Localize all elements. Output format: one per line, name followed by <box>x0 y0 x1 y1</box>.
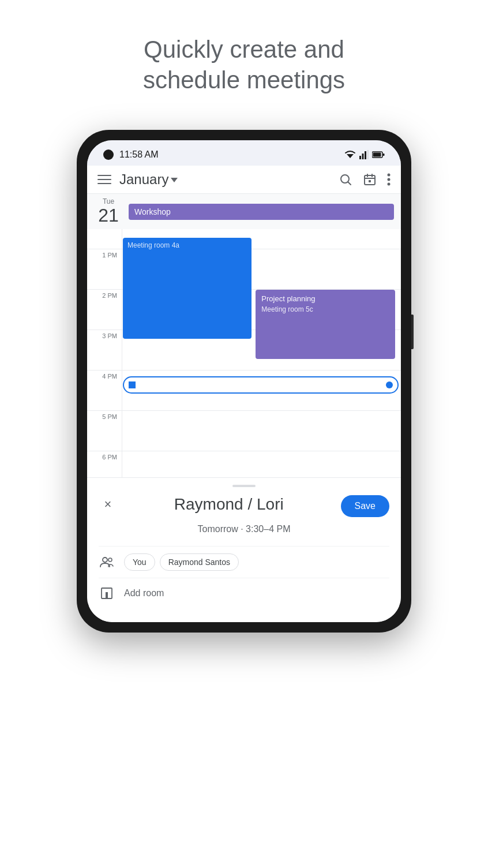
status-icons <box>344 150 385 159</box>
time-4pm: 4 PM <box>87 371 122 410</box>
time-grid: 1 PM 2 PM 3 PM 4 PM <box>87 229 401 477</box>
day-label: Tue 21 <box>94 197 123 226</box>
signal-icon <box>359 150 369 159</box>
room-icon <box>99 585 115 601</box>
all-day-event[interactable]: Workshop <box>129 204 394 220</box>
svg-rect-1 <box>359 156 361 159</box>
sheet-handle <box>232 485 256 487</box>
time-selection-handle-right[interactable] <box>386 381 393 388</box>
svg-rect-4 <box>367 150 369 159</box>
phone-side-button <box>411 315 414 349</box>
svg-rect-14 <box>369 180 371 182</box>
time-3pm: 3 PM <box>87 330 122 370</box>
month-dropdown-arrow <box>171 178 178 182</box>
svg-rect-6 <box>383 154 385 156</box>
day-number: 21 <box>98 205 119 226</box>
phone-screen: 11:58 AM <box>87 140 401 622</box>
attendees-row: You Raymond Santos <box>99 546 389 578</box>
close-button[interactable]: × <box>99 495 117 514</box>
month-selector[interactable]: January <box>119 171 331 188</box>
svg-point-15 <box>388 174 391 177</box>
header-actions <box>339 173 391 186</box>
calendar-today-icon[interactable] <box>363 173 377 186</box>
day-header: Tue 21 Workshop <box>87 194 401 229</box>
blue-event[interactable]: Meeting room 4a <box>123 238 251 339</box>
purple-event[interactable]: Project planning Meeting room 5c <box>256 290 395 359</box>
add-room-row[interactable]: Add room <box>99 578 389 608</box>
search-icon[interactable] <box>339 173 352 186</box>
time-2pm: 2 PM <box>87 290 122 330</box>
svg-rect-2 <box>362 154 364 159</box>
status-time: 11:58 AM <box>119 149 159 160</box>
time-selection-handle-left[interactable] <box>129 381 136 388</box>
battery-icon <box>372 151 385 158</box>
time-5pm: 5 PM <box>87 411 122 451</box>
svg-line-9 <box>348 182 351 185</box>
status-bar: 11:58 AM <box>87 140 401 166</box>
menu-icon[interactable] <box>97 173 111 186</box>
sheet-header: × Raymond / Lori Save <box>99 495 389 517</box>
svg-point-18 <box>103 558 107 562</box>
time-selection-bar[interactable] <box>123 376 399 394</box>
add-room-label: Add room <box>124 588 164 598</box>
svg-point-16 <box>388 178 391 181</box>
day-name: Tue <box>103 197 114 205</box>
attendees-icon <box>99 554 115 570</box>
event-title: Raymond / Lori <box>117 495 341 514</box>
event-datetime: Tomorrow · 3:30–4 PM <box>99 524 389 534</box>
more-options-icon[interactable] <box>387 173 391 186</box>
svg-point-17 <box>388 183 391 186</box>
attendee-chips: You Raymond Santos <box>124 553 239 571</box>
svg-rect-3 <box>365 151 366 159</box>
hero-text: Quickly create and schedule meetings <box>97 0 391 118</box>
time-1pm: 1 PM <box>87 249 122 289</box>
svg-rect-7 <box>373 153 381 157</box>
time-6pm: 6 PM <box>87 451 122 477</box>
svg-point-19 <box>108 558 112 562</box>
svg-marker-0 <box>347 154 354 158</box>
chip-you[interactable]: You <box>124 553 155 571</box>
app-header: January <box>87 166 401 194</box>
bottom-sheet: × Raymond / Lori Save Tomorrow · 3:30–4 … <box>87 477 401 622</box>
phone-mockup: 11:58 AM <box>77 130 411 633</box>
camera-dot <box>103 149 114 160</box>
wifi-icon <box>344 150 356 159</box>
svg-rect-21 <box>106 592 108 598</box>
chip-raymond[interactable]: Raymond Santos <box>160 553 239 571</box>
phone-shell: 11:58 AM <box>77 130 411 633</box>
save-button[interactable]: Save <box>341 495 389 517</box>
